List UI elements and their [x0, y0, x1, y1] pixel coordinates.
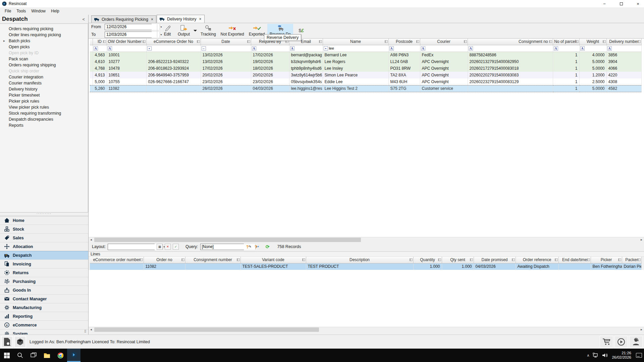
sidebar-item[interactable]: Open pick by ID [0, 50, 88, 56]
scrollbar-thumb[interactable] [94, 238, 361, 242]
column-filter-icon[interactable] [549, 40, 552, 43]
column-header-no-of-parcels[interactable]: No of parcels [553, 39, 579, 45]
filter-input-consignment-no[interactable] [474, 46, 552, 51]
sidebar-module-home[interactable]: Home [0, 216, 88, 225]
sidebar-module-ecommerce[interactable]: e eCommerce [0, 321, 88, 329]
sidebar-module-reporting[interactable]: Reporting [0, 312, 88, 321]
column-filter-icon[interactable] [464, 40, 467, 43]
sidebar-item[interactable]: ▸ Batch picks [0, 38, 88, 44]
column-filter-icon[interactable] [603, 40, 606, 43]
sidebar-splitter-handle[interactable]: ········· [0, 213, 88, 216]
to-date-field[interactable]: ▼ [105, 32, 152, 38]
scroll-right-icon[interactable]: ► [639, 328, 644, 331]
filter-type-icon[interactable]: A [108, 46, 112, 51]
filter-cell-id[interactable]: A [94, 46, 106, 51]
sidebar-module-contact-manager[interactable]: Contact Manager [0, 295, 88, 303]
sidebar-item[interactable]: Orders requiring shipping [0, 62, 88, 68]
sidebar-collapse-icon[interactable]: < [82, 17, 85, 22]
filter-input-name[interactable] [329, 46, 388, 51]
sidebar-module-allocation[interactable]: Allocation [0, 242, 88, 251]
filter-input-ecommerce-order-no[interactable] [153, 46, 200, 51]
sidebar-module-goods-in[interactable]: Goods In [0, 286, 88, 295]
column-filter-icon[interactable] [512, 258, 515, 261]
filter-cell-ecommerce-order-no[interactable]: ▪ [147, 46, 200, 51]
sidebar-item[interactable]: Orders requiring picking [0, 26, 88, 32]
scroll-left-icon[interactable]: ◄ [89, 328, 94, 331]
layout-combo[interactable]: ▼ [108, 244, 155, 250]
column-header-delivery-number[interactable]: Delivery number [606, 39, 641, 45]
search-document-button[interactable] [1, 336, 13, 348]
sidebar-item[interactable]: Quick ship order [0, 68, 88, 74]
column-header-description[interactable]: Description [306, 257, 413, 263]
sidebar-module-stock[interactable]: Stock [0, 225, 88, 234]
add-query-icon[interactable]: ?+ [254, 244, 260, 250]
menu-window[interactable]: Window [29, 8, 48, 14]
sidebar-item[interactable]: Reports [0, 122, 88, 128]
column-filter-icon[interactable] [470, 258, 473, 261]
column-header-courier[interactable]: Courier [420, 39, 468, 45]
column-filter-icon[interactable] [103, 40, 106, 43]
tab-orders-requiring-picking[interactable]: Orders Requiring Picking × [91, 15, 156, 23]
column-filter-icon[interactable] [410, 258, 413, 261]
column-header-date-promised[interactable]: Date promised [474, 257, 516, 263]
column-filter-icon[interactable] [319, 40, 322, 43]
tab-delivery-history[interactable]: Delivery History × [157, 15, 205, 23]
table-row[interactable]: 4,913 10651 206-9649940-3757959 20/02/20… [90, 72, 641, 78]
filter-input-weight[interactable] [586, 46, 606, 51]
filter-input-courier[interactable] [426, 46, 467, 51]
table-row[interactable]: 4,563 10001 13/02/2026 17/02/2026 bernar… [90, 52, 641, 58]
filter-type-icon[interactable]: A [607, 46, 612, 51]
tab-close-icon[interactable]: × [151, 17, 153, 22]
menu-file[interactable]: File [2, 8, 14, 14]
filter-cell-required-by[interactable]: A [252, 46, 288, 51]
filter-cell-delivery-number[interactable]: A [607, 46, 641, 51]
refresh-icon[interactable]: ⟳ [265, 244, 271, 250]
menu-help[interactable]: Help [48, 8, 62, 14]
filter-type-icon[interactable]: A [554, 46, 558, 51]
action-center-icon[interactable] [636, 353, 642, 358]
column-header-picker[interactable]: Picker [591, 257, 622, 263]
delete-layout-icon[interactable]: ✕ [165, 244, 171, 250]
filter-cell-postcode[interactable]: A [389, 46, 419, 51]
column-header-order-no[interactable]: Order no [144, 257, 185, 263]
column-filter-icon[interactable] [181, 258, 184, 261]
sidebar-item[interactable]: Delivery history [0, 86, 88, 92]
filter-type-icon[interactable]: ▪ [324, 46, 328, 51]
filter-cell-name[interactable]: ▪ [324, 46, 388, 51]
filter-input-delivery-number[interactable] [613, 46, 641, 51]
column-filter-icon[interactable] [438, 258, 441, 261]
column-header-quantity[interactable]: Quantity [413, 257, 442, 263]
filter-type-icon[interactable]: – [202, 46, 206, 51]
sidebar-module-returns[interactable]: Returns [0, 268, 88, 277]
sidebar-item[interactable]: Courier manifests [0, 80, 88, 86]
tracking-button[interactable]: Tracking [198, 24, 218, 38]
taskbar-resincoat-button[interactable] [67, 349, 80, 362]
filter-input-postcode[interactable] [395, 46, 419, 51]
lines-row[interactable]: 11082 TEST-SALES-PRODUCT TEST PRODUCT 1.… [90, 263, 641, 270]
scroll-left-icon[interactable]: ◄ [89, 238, 94, 241]
column-header-order-reference[interactable]: Order reference [516, 257, 558, 263]
sidebar-module-despatch[interactable]: Despatch [0, 251, 88, 260]
column-filter-icon[interactable] [140, 258, 143, 261]
query-combo[interactable]: ▼ [200, 244, 244, 250]
column-filter-icon[interactable] [302, 258, 305, 261]
filter-type-icon[interactable]: A [580, 46, 585, 51]
column-header-end-datetime[interactable]: End date/time [558, 257, 591, 263]
column-filter-icon[interactable] [197, 40, 200, 43]
filter-cell-weight[interactable]: A [580, 46, 606, 51]
support-button[interactable] [629, 336, 643, 348]
save-layout-icon[interactable]: ▦ [157, 244, 163, 250]
speaker-icon[interactable] [602, 353, 608, 358]
filter-input-required-by[interactable] [257, 46, 288, 51]
apply-filter-icon[interactable]: ✓ [173, 244, 179, 250]
filter-cell-courier[interactable]: A [421, 46, 467, 51]
expander-icon[interactable]: ▸ [3, 38, 5, 44]
sidebar-item[interactable]: Open picks [0, 44, 88, 50]
column-header-weight[interactable]: Weight [579, 39, 606, 45]
column-header-qty-sent[interactable]: Qty sent [442, 257, 474, 263]
filter-type-icon[interactable]: ▪ [147, 46, 152, 51]
filter-input-email[interactable] [296, 46, 322, 51]
menu-tools[interactable]: Tools [14, 8, 29, 14]
output-button[interactable]: Output [175, 24, 192, 38]
sidebar-module-invoicing[interactable]: Invoicing [0, 260, 88, 268]
